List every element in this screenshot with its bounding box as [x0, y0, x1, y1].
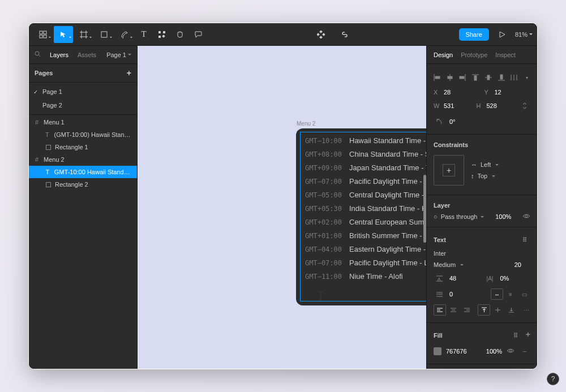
align-right-icon[interactable]	[457, 72, 468, 83]
text-style-icon[interactable]: ⠿	[519, 234, 530, 245]
letter-spacing-field[interactable]: 0%	[500, 275, 531, 282]
distribute-icon[interactable]	[508, 72, 520, 83]
frame-tool-button[interactable]	[74, 26, 93, 43]
align-left-icon[interactable]	[431, 72, 443, 83]
assets-tab[interactable]: Assets	[78, 51, 96, 58]
canvas[interactable]: Menu 2 GMT−10:00Hawaii Standard Time - H…	[138, 46, 426, 369]
w-field[interactable]: W531	[434, 100, 472, 111]
fill-visibility-toggle[interactable]	[507, 348, 514, 355]
pages-list: Page 1 Page 2	[29, 83, 137, 114]
timezone-row: GMT−11:00Niue Time - Alofi	[305, 272, 426, 281]
page-item[interactable]: Page 2	[29, 98, 137, 112]
constraint-v-dropdown[interactable]: ↕Top	[471, 173, 499, 179]
page-item[interactable]: Page 1	[29, 85, 137, 98]
toolbar: T Share 81%	[29, 23, 537, 46]
svg-rect-2	[40, 35, 42, 38]
font-size-field[interactable]: 20	[514, 261, 521, 268]
pen-tool-button[interactable]	[115, 26, 134, 43]
comment-tool-button[interactable]	[190, 26, 207, 43]
timezone-row: GMT+08:00China Standard Time - Shanghai	[305, 150, 426, 158]
text-align-center-icon[interactable]	[447, 304, 460, 316]
y-field[interactable]: Y12	[484, 89, 531, 96]
timezone-name: Japan Standard Time - Tokyo	[349, 163, 426, 172]
layers-tab[interactable]: Layers	[50, 51, 68, 58]
svg-rect-25	[448, 76, 452, 79]
inspect-tab[interactable]: Inspect	[495, 51, 515, 58]
zoom-dropdown[interactable]: 81%	[515, 31, 533, 38]
constraint-h-dropdown[interactable]: ↔Left	[471, 161, 499, 168]
present-button[interactable]	[494, 26, 511, 43]
timezone-offset: GMT−05:00	[305, 191, 345, 199]
svg-rect-1	[44, 31, 46, 34]
text-icon: T	[44, 169, 51, 175]
svg-rect-8	[101, 32, 107, 37]
svg-rect-23	[435, 76, 440, 79]
fill-hex-field[interactable]: 767676	[446, 348, 467, 355]
fill-color-chip[interactable]	[434, 347, 441, 355]
align-bottom-icon[interactable]	[496, 72, 507, 83]
move-tool-button[interactable]	[54, 26, 73, 43]
align-hcenter-icon[interactable]	[444, 72, 456, 83]
text-align-top-icon[interactable]	[478, 304, 490, 316]
layer-row-rect[interactable]: Rectangle 1	[29, 141, 137, 153]
rotation-field[interactable]: 0°	[449, 118, 456, 125]
shape-tool-button[interactable]	[95, 26, 114, 43]
resources-button[interactable]	[153, 26, 170, 43]
frame-label[interactable]: Menu 2	[297, 120, 315, 127]
frame-menu-2[interactable]: GMT−10:00Hawaii Standard Time - Honolulu…	[296, 128, 426, 305]
remove-fill-button[interactable]: −	[519, 346, 530, 357]
more-align-icon[interactable]: ▾	[521, 72, 533, 83]
layer-row-text[interactable]: T(GMT-10:00) Hawaii Standard...	[29, 128, 137, 141]
layer-row-frame[interactable]: #Menu 2	[29, 153, 137, 166]
line-height-field[interactable]: 48	[449, 275, 480, 282]
auto-height-icon[interactable]: ≡	[504, 288, 517, 300]
font-weight-dropdown[interactable]: Medium	[434, 261, 510, 268]
text-more-icon[interactable]: ⋯	[522, 304, 530, 316]
text-align-right-icon[interactable]	[461, 304, 473, 316]
text-align-middle-icon[interactable]	[491, 304, 504, 316]
text-align-left-icon[interactable]	[434, 304, 446, 316]
design-tab[interactable]: Design	[434, 51, 453, 58]
search-icon[interactable]	[35, 51, 41, 58]
fixed-size-icon[interactable]: ▭	[518, 288, 530, 300]
h-field[interactable]: H528	[477, 100, 515, 111]
constraint-widget[interactable]: +	[434, 155, 464, 186]
svg-rect-0	[40, 31, 42, 34]
hand-tool-button[interactable]	[171, 26, 188, 43]
timezone-name: Central Daylight Time - Chicago	[349, 191, 426, 199]
text-tool-button[interactable]: T	[135, 26, 152, 43]
paragraph-spacing-icon	[434, 288, 445, 300]
add-page-button[interactable]: +	[127, 68, 131, 77]
layer-row-text[interactable]: TGMT-10:00 Hawaii Standard ...	[29, 166, 137, 178]
x-field[interactable]: X28	[434, 89, 480, 96]
component-icon[interactable]	[312, 26, 329, 43]
constraints-header: Constraints	[434, 141, 468, 148]
visibility-toggle[interactable]	[522, 213, 530, 220]
prototype-tab[interactable]: Prototype	[461, 51, 487, 58]
layer-row-rect[interactable]: Rectangle 2	[29, 178, 137, 191]
canvas-scrollbar[interactable]	[423, 175, 426, 243]
add-fill-button[interactable]: +	[526, 330, 530, 341]
opacity-field[interactable]: 100%	[495, 213, 511, 220]
svg-line-19	[39, 55, 41, 57]
auto-width-icon[interactable]: ↔	[491, 288, 503, 300]
blend-mode-dropdown[interactable]: ○Pass through	[434, 213, 484, 220]
fill-opacity-field[interactable]: 100%	[486, 348, 502, 355]
main-menu-button[interactable]	[33, 26, 53, 43]
align-vcenter-icon[interactable]	[483, 72, 494, 83]
svg-rect-33	[500, 75, 503, 79]
pages-header: Pages	[35, 70, 53, 76]
svg-point-18	[35, 51, 39, 55]
page-dropdown[interactable]: Page 1	[106, 51, 131, 58]
link-icon[interactable]	[336, 26, 353, 43]
font-family-dropdown[interactable]: Inter	[434, 250, 446, 257]
frame-icon: #	[33, 156, 40, 163]
align-top-icon[interactable]	[470, 72, 481, 83]
share-button[interactable]: Share	[459, 28, 489, 41]
constrain-proportions-icon[interactable]	[519, 100, 530, 111]
paragraph-spacing-field[interactable]: 0	[449, 291, 486, 298]
text-align-bottom-icon[interactable]	[505, 304, 517, 316]
fill-style-icon[interactable]: ⠿	[510, 330, 521, 341]
layer-row-frame[interactable]: #Menu 1	[29, 116, 137, 128]
timezone-offset: GMT−07:00	[305, 178, 345, 186]
